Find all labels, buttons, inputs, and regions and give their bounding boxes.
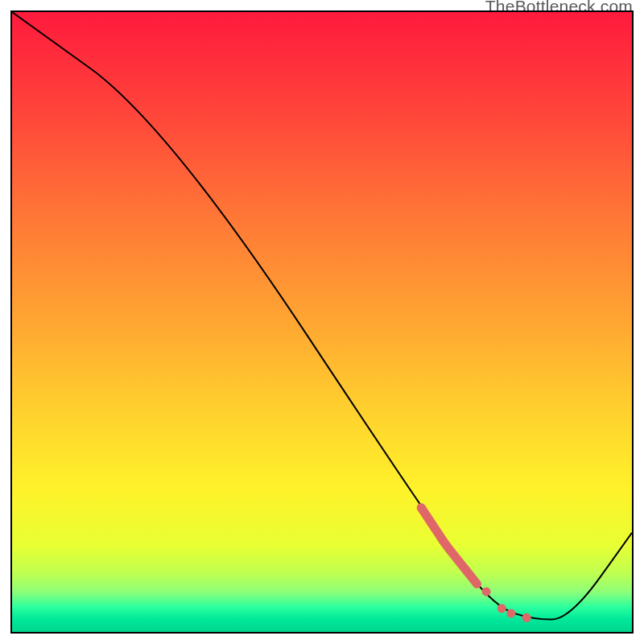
gradient-background bbox=[12, 12, 632, 632]
plot-area bbox=[10, 10, 634, 634]
chart-svg bbox=[12, 12, 632, 632]
marker-dot bbox=[497, 604, 506, 613]
chart-stage: TheBottleneck.com bbox=[0, 0, 644, 644]
marker-dot bbox=[506, 609, 515, 617]
marker-dot bbox=[482, 587, 491, 596]
marker-dot bbox=[522, 613, 531, 622]
